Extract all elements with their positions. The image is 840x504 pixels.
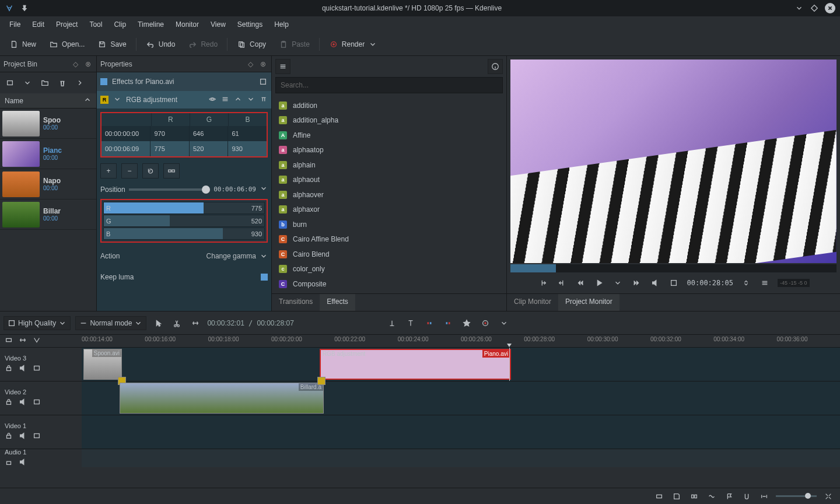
reset-keyframe-button[interactable] (142, 163, 159, 178)
remove-keyframe-button[interactable]: − (121, 163, 138, 178)
razor-tool-icon[interactable] (170, 316, 184, 330)
track-lane[interactable]: Billard.a (82, 382, 840, 415)
playhead[interactable] (509, 348, 510, 381)
b-slider[interactable]: B930 (103, 228, 265, 240)
mode-dropdown[interactable]: Normal mode (75, 316, 146, 330)
pin-icon[interactable] (20, 4, 29, 13)
rewind-icon[interactable] (575, 277, 586, 289)
marker3-icon[interactable] (422, 316, 436, 330)
copy-button[interactable]: Copy (231, 37, 272, 52)
hide-icon[interactable] (33, 398, 41, 408)
mute-icon[interactable] (19, 364, 27, 374)
menu-tool[interactable]: Tool (83, 18, 108, 31)
mute-icon[interactable] (19, 398, 27, 408)
timecode-stepper-icon[interactable] (740, 277, 752, 289)
bin-item[interactable]: Billar00:00 (0, 200, 96, 230)
tab-project-monitor[interactable]: Project Monitor (558, 294, 620, 311)
marker1-icon[interactable] (385, 316, 399, 330)
delete-button[interactable] (55, 75, 70, 90)
menu-timeline[interactable]: Timeline (132, 18, 170, 31)
sb-zoom-icon[interactable] (822, 491, 834, 502)
ruler-icon-3[interactable] (33, 336, 41, 346)
track-lane[interactable]: Spoon.avi RGB adjustmentPiano.avi (82, 348, 840, 381)
visibility-icon[interactable] (208, 95, 216, 105)
clip-piano[interactable]: RGB adjustmentPiano.avi (320, 349, 511, 380)
marker4-icon[interactable] (441, 316, 455, 330)
in-point-icon[interactable] (537, 277, 549, 289)
effect-item[interactable]: aaddition_alpha (272, 113, 506, 128)
add-keyframe-button[interactable]: + (100, 163, 117, 178)
chevron-down-icon[interactable] (113, 95, 121, 105)
keep-luma-checkbox[interactable] (261, 274, 268, 281)
close-icon[interactable] (825, 3, 835, 13)
zoom-slider[interactable] (776, 495, 817, 497)
dropdown-icon[interactable] (497, 316, 511, 330)
undo-button[interactable]: Undo (140, 37, 181, 52)
out-point-icon[interactable] (556, 277, 568, 289)
lock-icon[interactable] (5, 398, 13, 408)
effect-item[interactable]: CComposite (272, 276, 506, 292)
move-down-icon[interactable] (247, 95, 255, 105)
dropdown-icon[interactable] (20, 75, 35, 90)
menu-edit[interactable]: Edit (26, 18, 50, 31)
r-slider[interactable]: R775 (103, 202, 265, 214)
spacer-tool-icon[interactable] (188, 316, 202, 330)
close-panel-icon[interactable]: ⊗ (258, 60, 268, 69)
sb-save-icon[interactable] (671, 491, 682, 502)
effect-item[interactable]: ccolor_only (272, 262, 506, 277)
effect-item[interactable]: aalphain (272, 158, 506, 173)
keyframe-row[interactable]: 00:00:00:0097064661 (102, 126, 267, 141)
render-button[interactable]: Render (323, 37, 383, 52)
bin-item[interactable]: Spoo00:00 (0, 108, 96, 139)
menu-clip[interactable]: Clip (108, 18, 132, 31)
clip-billard[interactable]: Billard.a (120, 383, 324, 414)
monitor-timeline[interactable] (510, 264, 836, 272)
favorite-icon[interactable] (460, 316, 474, 330)
forward-icon[interactable] (631, 277, 642, 289)
menu-view[interactable]: View (205, 18, 232, 31)
quality-dropdown[interactable]: High Quality (4, 316, 71, 330)
effect-item[interactable]: aalphaatop (272, 143, 506, 158)
save-effect-icon[interactable] (258, 77, 268, 86)
chevron-down-icon[interactable] (368, 40, 377, 49)
tab-clip-monitor[interactable]: Clip Monitor (507, 294, 558, 311)
bin-column-header[interactable]: Name (0, 93, 96, 108)
minimize-icon[interactable] (794, 4, 804, 13)
play-dropdown-icon[interactable] (612, 277, 624, 289)
lock-icon[interactable] (5, 458, 13, 468)
effect-item[interactable]: aaddition (272, 98, 506, 113)
link-keyframe-button[interactable] (163, 163, 180, 178)
menu-help[interactable]: Help (268, 18, 295, 31)
effect-item[interactable]: CCairo Blend (272, 247, 506, 262)
sb-snap-icon[interactable] (741, 491, 752, 502)
g-slider[interactable]: G520 (103, 215, 265, 227)
fullscreen-icon[interactable] (668, 277, 680, 289)
play-icon[interactable] (593, 277, 605, 289)
close-panel-icon[interactable]: ⊗ (83, 60, 93, 69)
effect-item-header[interactable]: R RGB adjustment (97, 91, 271, 108)
monitor-timecode[interactable]: 00:00:28:05 (687, 279, 733, 287)
marker2-icon[interactable] (404, 316, 418, 330)
next-icon[interactable] (72, 75, 88, 90)
hide-icon[interactable] (33, 364, 41, 374)
list-view-button[interactable] (275, 59, 290, 74)
search-input[interactable]: Search... (275, 77, 503, 93)
position-slider[interactable] (129, 188, 210, 191)
maximize-icon[interactable] (810, 4, 819, 13)
sb-thumb-icon[interactable] (688, 491, 700, 502)
delete-effect-icon[interactable] (260, 95, 268, 105)
add-clip-button[interactable] (2, 75, 18, 90)
effect-item[interactable]: aalphaout (272, 173, 506, 188)
clip-transition[interactable] (317, 377, 326, 385)
track-lane[interactable] (82, 449, 840, 467)
sb-icon[interactable] (653, 491, 665, 502)
diamond-icon[interactable]: ◇ (246, 60, 255, 69)
open-button[interactable]: Open... (43, 37, 90, 52)
menu-file[interactable]: File (4, 18, 26, 31)
save-button[interactable]: Save (92, 37, 132, 52)
menu-monitor[interactable]: Monitor (170, 18, 205, 31)
sb-flag-icon[interactable] (723, 491, 735, 502)
record-icon[interactable] (478, 316, 492, 330)
diamond-icon[interactable]: ◇ (71, 60, 80, 69)
action-dropdown[interactable]: Change gamma (206, 252, 268, 260)
